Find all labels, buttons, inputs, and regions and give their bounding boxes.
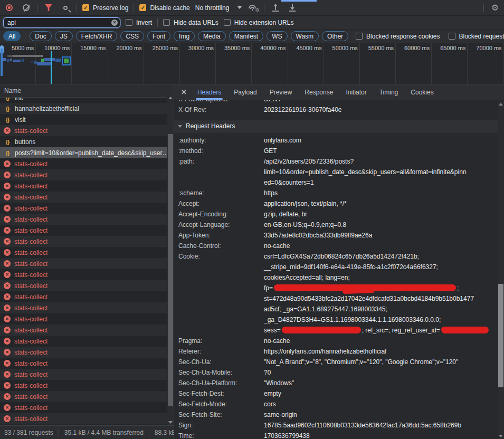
tab-initiator[interactable]: Initiator: [341, 84, 371, 100]
request-row[interactable]: {}visit: [0, 114, 174, 125]
request-row[interactable]: {}posts?limit=10&order=publish_date_desc…: [0, 147, 174, 158]
details-scrollbar[interactable]: [498, 101, 504, 439]
request-row[interactable]: ✕stats-collect: [0, 158, 174, 169]
request-error-icon: ✕: [4, 127, 11, 134]
export-har-button[interactable]: [287, 2, 298, 14]
scroll-up-icon[interactable]: [168, 97, 173, 99]
filter-type-other[interactable]: Other: [322, 31, 348, 41]
details-tab-bar: ✕ HeadersPayloadPreviewResponseInitiator…: [174, 84, 504, 100]
clear-button[interactable]: [20, 2, 32, 14]
request-row[interactable]: ✕stats-collect: [0, 325, 174, 336]
scrollbar-thumb[interactable]: [168, 134, 173, 406]
request-row[interactable]: {}hannahelizabethofficial: [0, 103, 174, 114]
header-name: :scheme:: [178, 188, 264, 198]
header-name: Time:: [178, 431, 264, 439]
request-headers-section-header[interactable]: Request Headers: [174, 120, 498, 132]
request-name: stats-collect: [14, 238, 47, 245]
invert-label: Invert: [136, 19, 152, 26]
blocked-requests-checkbox[interactable]: Blocked requests: [449, 33, 504, 40]
request-row[interactable]: {}buttons: [0, 136, 174, 147]
request-row[interactable]: {}init: [0, 98, 174, 103]
request-row[interactable]: ✕stats-collect: [0, 180, 174, 192]
scrollbar-thumb[interactable]: [498, 284, 503, 387]
redaction-scribble: [281, 327, 361, 333]
request-row[interactable]: ✕stats-collect: [0, 380, 174, 391]
overview-window-edge[interactable]: [1, 49, 3, 76]
timeline-tick-column: 70000 ms: [468, 43, 503, 84]
request-row[interactable]: ✕stats-collect: [0, 203, 174, 214]
request-row[interactable]: ✕stats-collect: [0, 369, 174, 380]
settings-button[interactable]: ⚙: [489, 2, 501, 14]
request-row[interactable]: ✕stats-collect: [0, 291, 174, 302]
filter-type-img[interactable]: Img: [174, 31, 195, 41]
filter-type-doc[interactable]: Doc: [30, 31, 51, 41]
clear-input-icon[interactable]: [111, 20, 118, 26]
filter-type-font[interactable]: Font: [147, 31, 170, 41]
filter-input[interactable]: [3, 17, 120, 28]
request-row[interactable]: ✕stats-collect: [0, 258, 174, 269]
request-row[interactable]: ✕stats-collect: [0, 280, 174, 291]
disable-cache-checkbox[interactable]: Disable cache: [139, 4, 189, 12]
timeline-tick-label: 20000 ms: [116, 45, 141, 51]
search-button[interactable]: [60, 2, 71, 14]
throttling-value: No throttling: [195, 4, 230, 12]
overview-activity-bar: [44, 58, 55, 61]
filter-type-js[interactable]: JS: [55, 31, 73, 41]
import-har-button[interactable]: [270, 2, 281, 14]
request-row[interactable]: ✕stats-collect: [0, 336, 174, 347]
request-row[interactable]: ✕stats-collect: [0, 358, 174, 369]
request-list-scrollbar[interactable]: [167, 95, 174, 425]
throttling-select[interactable]: No throttling: [195, 4, 242, 12]
request-row[interactable]: ✕stats-collect: [0, 269, 174, 280]
filter-type-fetch-xhr[interactable]: Fetch/XHR: [76, 31, 118, 41]
request-row[interactable]: ✕stats-collect: [0, 169, 174, 180]
tab-payload[interactable]: Payload: [229, 84, 261, 100]
filter-type-css[interactable]: CSS: [120, 31, 144, 41]
filter-type-media[interactable]: Media: [198, 31, 226, 41]
request-row[interactable]: ✕stats-collect: [0, 347, 174, 358]
timeline-tick-column: 15000 ms: [72, 43, 108, 84]
request-name: stats-collect: [14, 127, 47, 135]
record-button[interactable]: [3, 2, 15, 14]
scroll-up-icon[interactable]: [499, 103, 503, 106]
scroll-down-icon[interactable]: [499, 435, 503, 437]
filter-type-ws[interactable]: WS: [267, 31, 287, 41]
filter-type-all[interactable]: All: [3, 31, 21, 41]
header-name: X-Of-Rev:: [178, 104, 264, 115]
request-row[interactable]: ✕stats-collect: [0, 247, 174, 258]
filter-type-manifest[interactable]: Manifest: [229, 31, 263, 41]
request-row[interactable]: ✕stats-collect: [0, 402, 174, 413]
network-overview-timeline[interactable]: 5000 ms10000 ms15000 ms20000 ms25000 ms3…: [0, 43, 504, 84]
request-row[interactable]: ✕stats-collect: [0, 125, 174, 136]
header-value: "Not_A Brand";v="8", "Chromium";v="120",…: [264, 357, 498, 367]
name-column-header[interactable]: Name: [0, 84, 174, 98]
request-row[interactable]: ✕stats-collect: [0, 413, 174, 424]
request-row[interactable]: ✕stats-collect: [0, 236, 174, 247]
tab-cookies[interactable]: Cookies: [406, 84, 438, 100]
blocked-response-cookies-label: Blocked response cookies: [366, 33, 440, 40]
request-row[interactable]: ✕stats-collect: [0, 302, 174, 313]
tab-response[interactable]: Response: [300, 84, 338, 100]
overview-activity-bar: [10, 59, 12, 61]
request-row[interactable]: ✕stats-collect: [0, 313, 174, 325]
request-error-icon: ✕: [4, 338, 11, 345]
network-conditions-button[interactable]: ⚙: [247, 2, 259, 14]
request-row[interactable]: ✕stats-collect: [0, 214, 174, 225]
filter-toggle-button[interactable]: [43, 2, 54, 14]
blocked-response-cookies-checkbox[interactable]: Blocked response cookies: [356, 33, 440, 40]
close-icon[interactable]: ✕: [181, 88, 187, 96]
tab-headers[interactable]: Headers: [193, 84, 226, 100]
tab-timing[interactable]: Timing: [375, 84, 403, 100]
scroll-down-icon[interactable]: [168, 421, 173, 424]
invert-checkbox[interactable]: Invert: [126, 19, 152, 26]
request-row[interactable]: ✕stats-collect: [0, 391, 174, 402]
hide-extension-urls-checkbox[interactable]: Hide extension URLs: [224, 19, 294, 26]
request-row[interactable]: ✕stats-collect: [0, 192, 174, 203]
hide-data-urls-checkbox[interactable]: Hide data URLs: [163, 19, 218, 26]
tab-preview[interactable]: Preview: [265, 84, 297, 100]
filter-type-wasm[interactable]: Wasm: [291, 31, 319, 41]
request-name: visit: [15, 116, 26, 123]
preserve-log-checkbox[interactable]: Preserve log: [82, 4, 128, 12]
request-row[interactable]: ✕stats-collect: [0, 225, 174, 236]
request-error-icon: ✕: [4, 238, 11, 245]
